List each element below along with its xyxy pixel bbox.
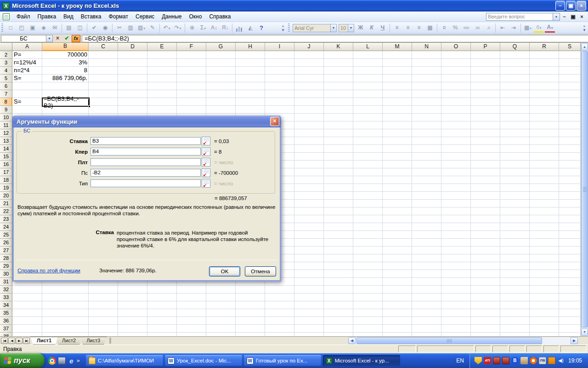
sheet-tab-Лист3[interactable]: Лист3 — [80, 337, 107, 345]
workbook-restore-icon[interactable]: ▣ — [569, 14, 577, 20]
bluetooth-icon[interactable]: B — [511, 357, 519, 364]
tab-split-handle[interactable] — [109, 338, 111, 344]
dropdown-arrow-icon[interactable]: ▾ — [169, 27, 170, 30]
arg-input-Тип[interactable] — [90, 179, 201, 187]
column-header-S[interactable]: S — [559, 43, 581, 51]
question-input[interactable] — [486, 13, 553, 21]
column-header-M[interactable]: M — [383, 43, 412, 51]
row-header-30[interactable]: 30 — [0, 270, 12, 278]
row-header-31[interactable]: 31 — [0, 278, 12, 286]
decrease-indent-icon[interactable]: ⇤ — [498, 23, 508, 33]
menu-item-Вид[interactable]: Вид — [60, 12, 77, 21]
row-header-17[interactable]: 17 — [0, 168, 12, 176]
workbook-close-icon[interactable]: × — [577, 14, 586, 19]
formula-input[interactable]: =БС(B3;B4;;-B2) — [82, 35, 588, 42]
column-header-Q[interactable]: Q — [500, 43, 530, 51]
column-header-L[interactable]: L — [353, 43, 383, 51]
scroll-right-icon[interactable]: ▶ — [571, 337, 578, 344]
cell-B3[interactable]: 3% — [42, 59, 89, 67]
collapse-dialog-icon[interactable] — [202, 179, 210, 188]
percent-icon[interactable]: % — [450, 23, 460, 33]
bold-icon[interactable]: Ж — [356, 23, 366, 33]
column-header-I[interactable]: I — [265, 43, 294, 51]
tab-nav-next-icon[interactable]: ▶ — [16, 338, 23, 344]
menu-item-Справка[interactable]: Справка — [205, 12, 234, 21]
edit-cell[interactable]: =БС(B3;B4;;-B2) — [42, 98, 90, 107]
row-header-21[interactable]: 21 — [0, 200, 12, 207]
collapse-dialog-icon[interactable] — [202, 137, 210, 145]
row-header-27[interactable]: 27 — [0, 247, 12, 254]
save-icon[interactable]: ▣ — [28, 23, 38, 33]
dropdown-arrow-icon[interactable]: ▾ — [540, 26, 542, 29]
redo-icon[interactable]: ↷▾ — [173, 23, 183, 33]
scroll-up-icon[interactable]: ▲ — [581, 43, 588, 51]
restore-button[interactable]: ▣ — [566, 1, 576, 11]
dialog-title-bar[interactable]: Аргументы функции × — [12, 115, 281, 127]
vertical-scroll-thumb[interactable] — [581, 51, 588, 328]
arg-input-Ставка[interactable]: B3 — [90, 137, 201, 145]
cell-A3[interactable]: r=12%/4 — [12, 59, 42, 67]
collapse-dialog-icon[interactable] — [202, 158, 210, 167]
sort-ascending-icon[interactable]: А↓ — [209, 23, 219, 33]
thousands-icon[interactable]: 000 — [461, 23, 471, 33]
cell-B5[interactable]: 886 739,06р. — [42, 75, 89, 82]
horizontal-scroll-thumb[interactable] — [356, 337, 542, 344]
research-icon[interactable]: ◉ — [100, 23, 110, 33]
row-header-37[interactable]: 37 — [0, 325, 12, 333]
remote-display-2-icon[interactable] — [502, 357, 509, 364]
row-header-9[interactable]: 9 — [0, 106, 12, 114]
dropdown-arrow-icon[interactable]: ▾ — [204, 27, 206, 30]
row-header-3[interactable]: 3 — [0, 59, 12, 67]
row-header-22[interactable]: 22 — [0, 207, 12, 215]
increase-indent-icon[interactable]: ⇥ — [509, 23, 519, 33]
column-header-N[interactable]: N — [412, 43, 441, 51]
column-header-J[interactable]: J — [294, 43, 324, 51]
sheet-tab-Лист2[interactable]: Лист2 — [56, 337, 82, 345]
question-dropdown-icon[interactable]: ▼ — [553, 13, 560, 21]
chrome-icon[interactable] — [48, 357, 56, 365]
language-lv-icon[interactable]: ЛВ — [539, 357, 546, 364]
menu-item-Правка[interactable]: Правка — [34, 12, 60, 21]
new-icon[interactable]: □ — [6, 23, 16, 33]
hyperlink-icon[interactable]: ⊕ — [187, 23, 197, 33]
column-header-R[interactable]: R — [530, 43, 559, 51]
merge-center-icon[interactable]: ▦ — [425, 23, 435, 33]
scroll-down-icon[interactable]: ▼ — [581, 328, 588, 336]
row-header-14[interactable]: 14 — [0, 145, 12, 153]
name-box-dropdown-icon[interactable]: ▼ — [46, 35, 52, 42]
tab-nav-first-icon[interactable]: |◀ — [1, 338, 8, 344]
column-header-P[interactable]: P — [471, 43, 500, 51]
power-plug-icon[interactable] — [520, 357, 528, 364]
column-header-C[interactable]: C — [89, 43, 118, 51]
permission-icon[interactable]: ◈ — [39, 23, 49, 33]
ok-button[interactable]: OK — [209, 266, 240, 276]
dropdown-arrow-icon[interactable]: ▾ — [180, 27, 181, 30]
copy-icon[interactable]: ▥ — [125, 23, 136, 33]
column-header-H[interactable]: H — [236, 43, 265, 51]
print-icon[interactable]: ▤ — [64, 23, 74, 33]
arg-input-Кпер[interactable]: B4 — [90, 148, 201, 155]
row-header-24[interactable]: 24 — [0, 223, 12, 231]
column-header-D[interactable]: D — [118, 43, 147, 51]
cancel-entry-icon[interactable]: × — [53, 35, 62, 42]
borders-icon[interactable]: ▦▾ — [523, 23, 533, 33]
row-header-20[interactable]: 20 — [0, 192, 12, 200]
row-header-26[interactable]: 26 — [0, 239, 12, 247]
formatting-toolbar-options-icon[interactable]: »▾ — [582, 24, 588, 32]
row-header-12[interactable]: 12 — [0, 129, 12, 137]
taskbar-button-4[interactable]: XMicrosoft Excel - к ур... — [323, 355, 400, 366]
toolbar-drag-handle[interactable] — [1, 23, 3, 33]
insert-function-button[interactable]: fx — [72, 35, 80, 42]
toolbar-drag-handle-2[interactable] — [288, 23, 290, 33]
row-header-5[interactable]: 5 — [0, 75, 12, 82]
align-left-icon[interactable]: ≡ — [392, 23, 402, 33]
horizontal-scrollbar[interactable]: ◀ ▶ — [348, 337, 578, 344]
currency-icon[interactable]: ¤ — [439, 23, 449, 33]
chart-wizard-icon[interactable] — [234, 23, 244, 33]
format-painter-icon[interactable]: ✎ — [147, 23, 158, 33]
cell-A8[interactable]: S= — [12, 98, 42, 106]
row-header-34[interactable]: 34 — [0, 301, 12, 309]
internet-explorer-icon[interactable]: e — [68, 357, 75, 365]
enter-entry-icon[interactable]: ✔ — [62, 35, 71, 42]
documents-folder-icon[interactable] — [548, 357, 555, 364]
